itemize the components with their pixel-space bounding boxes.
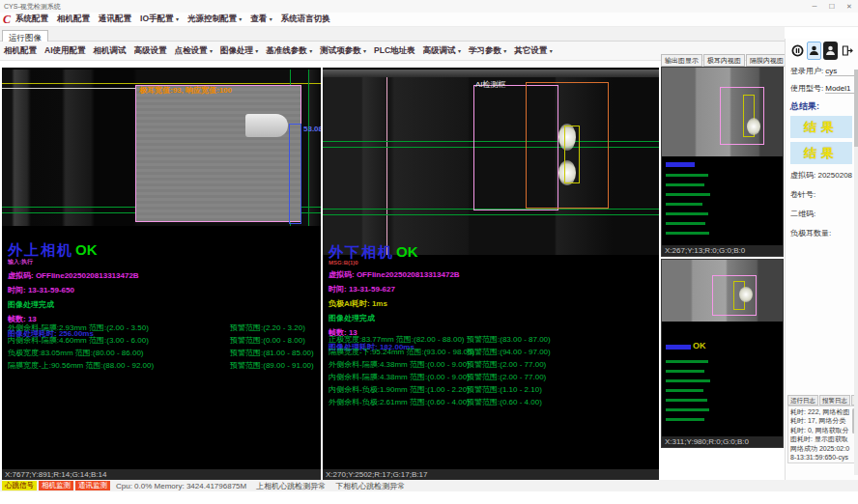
toolbar-item[interactable]: AI使用配置 [44, 45, 86, 57]
toolbar-item[interactable]: 高级调试 ▾ [423, 45, 461, 57]
thumb-text-line [666, 232, 709, 235]
log-tab[interactable]: 运行日志 [787, 395, 818, 406]
close-button[interactable]: ✕ [841, 1, 858, 12]
status-alerts: 上相机心跳检测异常下相机心跳检测异常 [246, 481, 405, 491]
sidebar-field: 虚拟码: 20250208 [790, 170, 854, 181]
pause-button[interactable] [790, 42, 805, 60]
ok-status: OK [75, 241, 98, 258]
middle-camera-panel: AI检测框 外下相机OK MSG:B(1)0 虚拟码: OFFline20250… [323, 68, 659, 480]
thumb-text-line [666, 174, 708, 177]
left-camera-panel: 53.08 极耳宽值:93, 响应宽值:100 外上相机OK 输入:执行 虚拟码… [2, 68, 321, 480]
measure-line-green [323, 214, 659, 215]
thumb-text-line [666, 222, 705, 225]
thumb-ok-status: OK [693, 341, 706, 350]
baseline-yellow [2, 83, 321, 84]
menu-item[interactable]: 查看 ▾ [250, 14, 272, 25]
status-badge: 相机监测 [39, 481, 73, 490]
thumbnail-tab[interactable]: 输出图显示 [661, 54, 702, 67]
exit-button[interactable] [840, 42, 854, 60]
model-field: 使用型号: Model1 [790, 83, 854, 94]
toolbar-item[interactable]: 点检设置 ▾ [175, 45, 213, 57]
middle-camera-view[interactable]: AI检测框 [323, 70, 659, 255]
time-line: 时间: 13-31-59-627 [329, 284, 460, 294]
menu-item[interactable]: 系统配置 [15, 14, 48, 25]
operator-button[interactable] [823, 42, 838, 60]
measurement-row: 内侧余料-负极:1.90mm 范围:(1.00 - 2.20)预警范围:(1.1… [329, 384, 659, 397]
maximize-button[interactable]: ☐ [823, 1, 841, 12]
barcode-line: 虚拟码: OFFline2025020813313472B [329, 269, 460, 280]
result-indicator-2: 结果 [790, 142, 852, 164]
log-tab[interactable]: 报警日志 [819, 395, 850, 406]
toolbar-item[interactable]: 学习参数 ▾ [469, 45, 506, 57]
toolbar-item[interactable]: 测试项参数 ▾ [320, 45, 366, 57]
toolbar-item[interactable]: PLC地址表 [374, 45, 415, 57]
status-badges: 心跳信号相机监测通讯监测 [0, 481, 112, 490]
app-window: CYS-视觉检测系统 ─ ☐ ✕ C 系统配置 相机配置 通讯配置 IO手配置 … [0, 0, 858, 504]
model-value[interactable]: Model1 [825, 84, 854, 94]
tabstrip: 运行图像 [0, 27, 785, 42]
menu-item[interactable]: IO手配置 ▾ [140, 14, 179, 25]
middle-coordinate-bar: X:270;Y:2502;R:17;G:17;B:17 [323, 469, 659, 480]
left-coordinate-bar: X:7677;Y:891;R:14;G:14;B:14 [2, 469, 321, 480]
thumb-text-line [666, 399, 707, 402]
toolbar-item[interactable]: 图像处理 ▾ [220, 45, 258, 57]
log-body[interactable]: 耗时: 222, 网络检图耗时: 17, 网络分类耗时: 0, 网络获取分图耗时… [787, 406, 856, 463]
status-badge: 通讯监测 [75, 481, 110, 490]
roi-rect-pink [135, 85, 301, 222]
titlebar: CYS-视觉检测系统 ─ ☐ ✕ [0, 0, 858, 13]
thumbnail-column: 输出图显示极耳内视图隔膜内视图 X:267;Y:13;R:0;G:0;B:0 O… [661, 54, 784, 448]
camera-heartbeat-alert: 下相机心跳检测异常 [335, 481, 405, 491]
ai-box-label: AI检测框 [475, 79, 506, 90]
sidebar-field: 负极耳数量: [790, 228, 854, 238]
done-line: 图像处理完成 [329, 313, 460, 323]
app-logo-icon: C [3, 13, 11, 27]
tab-glow [747, 118, 760, 135]
measure-rect-blue [289, 124, 301, 224]
toolbar-item[interactable]: 高级设置 [134, 45, 167, 57]
measurement-row: 隔膜宽度-下:95.24mm 范围:(93.00 - 98.00)预警范围:(9… [329, 347, 659, 359]
menu-item[interactable]: 光源控制配置 ▾ [187, 14, 242, 25]
middle-measurements: 正极宽度:83.77mm 范围:(82.00 - 88.00)预警范围:(83.… [329, 334, 659, 409]
thumb-text-line [666, 193, 710, 196]
user-icon [808, 44, 820, 57]
thumbnail-view-top[interactable]: X:267;Y:13;R:0;G:0;B:0 [661, 67, 784, 257]
edge-line-green [308, 70, 309, 226]
thumb-text-line [666, 212, 708, 215]
thumbnail-tab[interactable]: 隔膜内视图 [746, 54, 787, 67]
exit-door-icon [841, 44, 853, 57]
login-user-field: 登录用户: cys [790, 66, 854, 76]
measurement-row: 外侧余料-隔膜:2.93mm 范围:(2.00 - 3.50)预警范围:(2.2… [8, 322, 321, 335]
thumb-title-text [666, 162, 695, 167]
menu-item[interactable]: 相机配置 [57, 14, 90, 25]
thumb-text-line [666, 408, 709, 411]
menu-item[interactable]: 系统语言切换 [281, 14, 330, 25]
thumbnail-tab[interactable]: 极耳内视图 [703, 54, 745, 67]
sidebar-scrollbar[interactable] [854, 70, 858, 475]
thumbnail-tabs: 输出图显示极耳内视图隔膜内视图 [661, 54, 784, 67]
thumb-text-line [666, 389, 703, 392]
statusbar: 心跳信号相机监测通讯监测 Cpu: 0.0% Memory: 3424.4179… [0, 480, 858, 491]
toolbar-item[interactable]: 相机调试 [94, 45, 127, 57]
thumb-text-line [666, 203, 702, 206]
minimize-button[interactable]: ─ [806, 1, 823, 12]
ai-time-line: 负极AI耗时: 1ms [329, 298, 460, 309]
measurement-row: 外侧余料-隔膜:4.38mm 范围:(0.00 - 9.00)预警范围:(2.0… [329, 359, 659, 372]
user-login-button[interactable] [807, 42, 821, 60]
result-indicator-1: 结果 [790, 116, 852, 138]
tab-glow [739, 287, 753, 302]
toolbar-item[interactable]: 其它设置 ▾ [514, 45, 552, 57]
thumb-text-line [666, 360, 708, 363]
menubar: C 系统配置 相机配置 通讯配置 IO手配置 ▾光源控制配置 ▾查看 ▾系统语言… [0, 13, 858, 27]
measurement-row: 外侧余料-负极:2.61mm 范围:(0.60 - 4.00)预警范围:(0.6… [329, 397, 659, 409]
roi-rect-pink [720, 87, 764, 145]
thumbnail-view-bottom[interactable]: OK X:311;Y:980;R:0;G:0;B:0 [661, 259, 784, 448]
log-tabs: 运行日志报警日志操作日志 [787, 395, 856, 406]
menu-item[interactable]: 通讯配置 [99, 14, 131, 25]
thumb-text-line [666, 418, 704, 421]
left-camera-view[interactable]: 53.08 极耳宽值:93, 响应宽值:100 [2, 70, 321, 226]
toolbar-item[interactable]: 相机配置 [4, 45, 37, 57]
toolbar-item[interactable]: 基准线参数 ▾ [266, 45, 312, 57]
done-line: 图像处理完成 [8, 299, 139, 310]
sidebar-fields: 虚拟码: 20250208卷针号: 二维码: 负极耳数量: [790, 170, 854, 238]
width-overlay-note: 极耳宽值:93, 响应宽值:100 [139, 85, 232, 96]
